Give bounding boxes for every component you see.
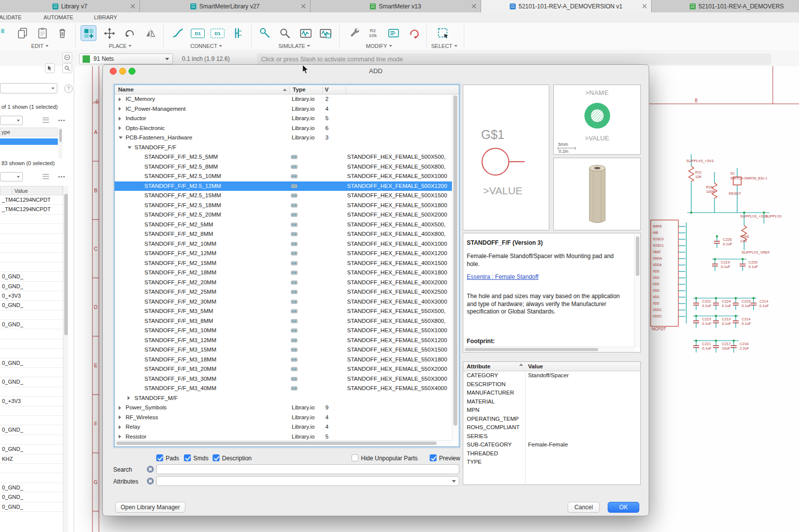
- copy-icon[interactable]: [15, 25, 31, 41]
- category-row[interactable]: PCB-Fasteners_HardwareLibrary.io3: [115, 133, 453, 143]
- value-row[interactable]: 0_GND_: [0, 425, 63, 435]
- value-row[interactable]: [0, 224, 63, 233]
- bus-icon[interactable]: [230, 25, 246, 41]
- datasheet-link[interactable]: Essentra : Female Standoff: [467, 273, 538, 280]
- smds-checkbox[interactable]: [184, 454, 191, 461]
- value-row[interactable]: [0, 464, 63, 473]
- ok-button[interactable]: OK: [608, 502, 639, 513]
- cancel-button[interactable]: Cancel: [568, 502, 600, 513]
- attribute-row[interactable]: THREADED: [463, 449, 640, 458]
- tree-header[interactable]: Name Type V: [115, 85, 459, 94]
- close-icon[interactable]: [471, 3, 477, 9]
- document-tab[interactable]: SmartMeterLibrary v27: [140, 0, 311, 12]
- value-row[interactable]: [0, 435, 63, 444]
- part-row[interactable]: STANDOFF_F/F_M2.5_18MMSTANDOFF_HEX_FEMAL…: [115, 201, 453, 211]
- collapse-icon[interactable]: [128, 146, 132, 149]
- part-row[interactable]: STANDOFF_F/F_M2.5_20MMSTANDOFF_HEX_FEMAL…: [115, 210, 453, 220]
- view-dropdown-2[interactable]: [0, 172, 23, 181]
- menu-validate[interactable]: VALIDATE: [0, 14, 22, 20]
- value-row[interactable]: 0_+3V3: [0, 291, 63, 301]
- scrollbar[interactable]: [452, 94, 459, 441]
- category-row[interactable]: Opto-ElectronicLibrary.io6: [115, 124, 453, 133]
- attribute-row[interactable]: OPERATING_TEMP: [463, 415, 640, 424]
- category-row[interactable]: IC_Power-ManagementLibrary.io4: [115, 104, 453, 114]
- attribute-row[interactable]: SUB-CATEGORYFemale-Female: [463, 441, 640, 449]
- toolbar-group-modify[interactable]: MODIFY: [366, 43, 392, 49]
- expand-icon[interactable]: [119, 415, 121, 419]
- search-input[interactable]: [156, 464, 459, 474]
- oscilloscope-config-icon[interactable]: [317, 25, 333, 41]
- value-row[interactable]: _TM4C1294NCPDT: [0, 205, 63, 214]
- open-library-manager-button[interactable]: Open Library Manager: [115, 502, 185, 513]
- attribute-row[interactable]: MPN: [463, 406, 640, 415]
- part-row[interactable]: STANDOFF_F/F_M2_15MMSTANDOFF_HEX_FEMALE_…: [115, 259, 453, 268]
- part-row[interactable]: STANDOFF_F/F_M2_8MMSTANDOFF_HEX_FEMALE_4…: [115, 229, 453, 239]
- clipped-tool-icon[interactable]: [0, 25, 8, 41]
- collapse-panel-button[interactable]: [62, 52, 72, 62]
- value-row[interactable]: [0, 416, 63, 425]
- toolbar-group-place[interactable]: PLACE: [109, 43, 132, 49]
- attribute-icon[interactable]: [386, 25, 401, 41]
- column-header-value[interactable]: Value: [0, 186, 63, 195]
- toolbar-group-connect[interactable]: CONNECT: [190, 43, 222, 49]
- list-view-icon[interactable]: [43, 118, 49, 123]
- attribute-row[interactable]: TYPE: [463, 458, 640, 467]
- value-row[interactable]: 0_GND_: [0, 483, 63, 492]
- clear-attributes-icon[interactable]: [147, 478, 154, 485]
- pads-checkbox[interactable]: [156, 454, 163, 461]
- scrollbar[interactable]: [58, 128, 62, 158]
- chevron-down-icon[interactable]: [452, 480, 456, 483]
- net-label-icon[interactable]: D1: [190, 25, 206, 41]
- value-row[interactable]: 0_GND_: [0, 282, 63, 291]
- part-row[interactable]: STANDOFF_F/F_M3_15MMSTANDOFF_HEX_FEMALE_…: [115, 345, 453, 355]
- part-row[interactable]: STANDOFF_F/F_M2.5_8MMSTANDOFF_HEX_FEMALE…: [115, 162, 453, 172]
- attributes-filter-input[interactable]: [156, 476, 459, 486]
- attribute-row[interactable]: SERIES: [463, 432, 640, 441]
- scrollbar[interactable]: [634, 233, 640, 347]
- value-row[interactable]: [0, 253, 63, 262]
- oscilloscope-icon[interactable]: [298, 25, 313, 41]
- value-row[interactable]: [0, 234, 63, 243]
- part-row[interactable]: STANDOFF_F/F_M3_8MMSTANDOFF_HEX_FEMALE_5…: [115, 316, 453, 326]
- collapse-icon[interactable]: [119, 136, 123, 139]
- scrollbar[interactable]: [115, 440, 452, 446]
- part-row[interactable]: STANDOFF_F/F_M3_12MMSTANDOFF_HEX_FEMALE_…: [115, 336, 453, 346]
- help-icon[interactable]: ?: [64, 85, 73, 93]
- expand-icon[interactable]: [119, 425, 121, 429]
- part-row[interactable]: STANDOFF_F/F_M3_30MMSTANDOFF_HEX_FEMALE_…: [115, 374, 453, 384]
- value-row[interactable]: [0, 215, 63, 224]
- attribute-row[interactable]: ROHS_COMPLIANT: [463, 423, 640, 432]
- more-options-icon[interactable]: [58, 176, 60, 177]
- column-header-type[interactable]: ype: [0, 128, 58, 136]
- category-row[interactable]: STANDOFF_F/F: [115, 143, 453, 153]
- menu-library[interactable]: LIBRARY: [94, 14, 117, 20]
- category-row[interactable]: RelayLibrary.io4: [115, 422, 453, 432]
- value-row[interactable]: [0, 349, 63, 358]
- value-row[interactable]: KHZ: [0, 454, 63, 464]
- value-row[interactable]: [0, 406, 63, 416]
- part-row[interactable]: STANDOFF_F/F_M2_10MMSTANDOFF_HEX_FEMALE_…: [115, 239, 453, 249]
- part-row[interactable]: STANDOFF_F/F_M2.5_10MMSTANDOFF_HEX_FEMAL…: [115, 172, 453, 181]
- description-checkbox[interactable]: [213, 454, 220, 461]
- net-class-select[interactable]: 91 Nets: [79, 53, 173, 64]
- move-icon[interactable]: [101, 25, 117, 41]
- value-row[interactable]: 0_GND_: [0, 301, 63, 310]
- close-icon[interactable]: [301, 3, 306, 9]
- value-row[interactable]: _TM4C1294NCPDT: [0, 195, 63, 205]
- value-row[interactable]: [0, 473, 63, 483]
- part-row[interactable]: STANDOFF_F/F_M3_10MMSTANDOFF_HEX_FEMALE_…: [115, 326, 453, 336]
- expand-icon[interactable]: [119, 107, 121, 111]
- paste-icon[interactable]: [35, 25, 50, 41]
- value-row[interactable]: [0, 329, 63, 339]
- toolbar-group-edit[interactable]: EDIT: [31, 43, 48, 49]
- toolbar-group-select[interactable]: SELECT: [431, 43, 457, 49]
- select-cursor-button[interactable]: [45, 63, 55, 73]
- zoom-probe-icon[interactable]: [277, 25, 293, 41]
- change-value-icon[interactable]: R210k: [365, 25, 381, 41]
- mirror-icon[interactable]: [142, 25, 158, 41]
- probe-icon[interactable]: [257, 25, 273, 41]
- clear-search-icon[interactable]: [147, 466, 154, 473]
- add-part-icon[interactable]: [81, 25, 96, 41]
- attribute-row[interactable]: MANUFACTURER: [463, 389, 640, 398]
- expand-icon[interactable]: [119, 406, 121, 410]
